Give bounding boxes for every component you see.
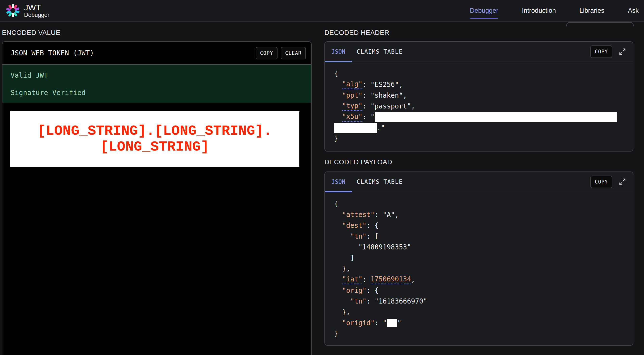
decoded-payload-section-title: DECODED PAYLOAD (324, 158, 634, 166)
redacted-token-line: [LONG_STRING].[LONG_STRING]. (10, 123, 300, 139)
origid-redaction-box (387, 319, 397, 327)
claim-orig-tn: "tn" (350, 297, 366, 305)
claim-orig: "orig" (342, 286, 366, 294)
brand[interactable]: JWT Debugger (6, 3, 49, 18)
claim-typ[interactable]: "typ" (342, 102, 362, 111)
claim-attest: "attest" (342, 211, 375, 219)
token-redaction-overlay: [LONG_STRING].[LONG_STRING]. [LONG_STRIN… (10, 111, 300, 167)
tab-json-label: JSON (332, 178, 345, 185)
brand-subtitle: Debugger (24, 12, 49, 18)
claim-ppt: "ppt" (342, 92, 362, 99)
iat-timestamp-value[interactable]: 1750690134 (370, 275, 411, 284)
claim-alg[interactable]: "alg" (342, 80, 362, 89)
copy-payload-button[interactable]: COPY (590, 176, 612, 188)
expand-icon[interactable] (618, 47, 627, 56)
token-panel-title: JSON WEB TOKEN (JWT) (10, 49, 94, 57)
token-panel-header: JSON WEB TOKEN (JWT) COPY CLEAR (2, 42, 311, 65)
jwt-debugger-page: JWT Debugger Debugger Introduction Libra… (0, 0, 644, 355)
top-bar: JWT Debugger Debugger Introduction Libra… (0, 0, 644, 22)
brand-title: JWT (24, 3, 49, 12)
decoded-payload-actions: COPY (590, 176, 627, 188)
clear-token-button[interactable]: CLEAR (281, 47, 306, 60)
partial-panel-top (566, 22, 634, 26)
decoded-header-tabbar: JSON CLAIMS TABLE COPY (325, 42, 633, 62)
signature-verified-status: Signature Verified (10, 89, 303, 97)
claim-origid: "origid" (342, 319, 375, 327)
dest-tn-value: "14809198353" (358, 243, 411, 251)
tab-json[interactable]: JSON (325, 172, 352, 192)
orig-tn-value: "16183666970" (375, 297, 427, 305)
copy-header-button[interactable]: COPY (590, 46, 612, 58)
claim-x5u[interactable]: "x5u" (342, 112, 362, 122)
jwt-logo-icon (6, 4, 20, 18)
expand-icon[interactable] (618, 177, 627, 187)
x5u-redaction-box (375, 112, 617, 122)
claim-dest-tn: "tn" (350, 232, 366, 240)
nav-item-debugger[interactable]: Debugger (470, 7, 498, 14)
decoded-header-panel: JSON CLAIMS TABLE COPY { "a (324, 41, 634, 152)
claim-dest: "dest" (342, 222, 366, 230)
copy-token-button[interactable]: COPY (256, 47, 278, 60)
token-panel-buttons: COPY CLEAR (256, 47, 306, 60)
decoded-header-json: { "alg": "ES256", "ppt": "shaken", "typ"… (325, 62, 633, 151)
content-columns: ENCODED VALUE JSON WEB TOKEN (JWT) COPY … (0, 22, 644, 355)
nav-item-ask[interactable]: Ask (628, 7, 639, 14)
decoded-payload-tabbar: JSON CLAIMS TABLE COPY (325, 172, 633, 192)
nav-item-libraries[interactable]: Libraries (579, 7, 604, 14)
x5u-redaction-box (334, 123, 377, 133)
decoded-header-actions: COPY (590, 46, 627, 58)
tab-claims-table-label: CLAIMS TABLE (357, 178, 402, 185)
validation-banner: Valid JWT Signature Verified (2, 65, 311, 103)
decoded-payload-json: { "attest": "A", "dest": { "tn": [ "1480… (325, 192, 633, 346)
decoded-payload-panel: JSON CLAIMS TABLE COPY { "a (324, 172, 634, 346)
encoded-column: ENCODED VALUE JSON WEB TOKEN (JWT) COPY … (2, 22, 312, 355)
tab-json-label: JSON (332, 48, 345, 55)
valid-jwt-status: Valid JWT (10, 72, 303, 79)
encoded-section-title: ENCODED VALUE (2, 29, 312, 36)
encoded-token-panel: JSON WEB TOKEN (JWT) COPY CLEAR Valid JW… (2, 41, 312, 355)
main-nav: Debugger Introduction Libraries Ask (470, 7, 639, 14)
token-editor-area[interactable]: [LONG_STRING].[LONG_STRING]. [LONG_STRIN… (2, 111, 311, 167)
tab-json[interactable]: JSON (325, 42, 352, 62)
tab-claims-table-label: CLAIMS TABLE (357, 48, 402, 55)
nav-item-introduction[interactable]: Introduction (522, 7, 556, 14)
tab-claims-table[interactable]: CLAIMS TABLE (357, 42, 402, 62)
decoded-column: DECODED HEADER JSON CLAIMS TABLE COPY (324, 22, 634, 346)
brand-text: JWT Debugger (24, 3, 49, 18)
decoded-header-section-title: DECODED HEADER (324, 29, 634, 36)
redacted-token-line: [LONG_STRING] (10, 139, 300, 155)
tab-claims-table[interactable]: CLAIMS TABLE (357, 172, 402, 192)
claim-iat[interactable]: "iat" (342, 275, 362, 284)
